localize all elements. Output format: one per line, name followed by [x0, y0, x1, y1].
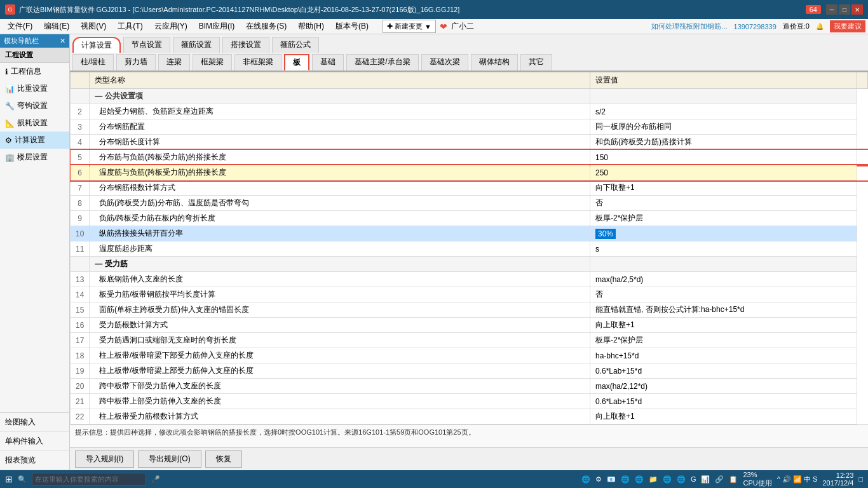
tab-shear-wall[interactable]: 剪力墙 — [116, 54, 156, 71]
table-row: 4 分布钢筋长度计算 和负筋(跨板受力筋)搭接计算 — [71, 135, 868, 150]
cpu-info: 23% CPU使用 — [743, 471, 771, 488]
table-row: 14 板受力筋/板带钢筋按平均长度计算 否 — [71, 287, 868, 302]
tab-stirrup-settings[interactable]: 箍筋设置 — [173, 37, 220, 53]
mic-icon: 🎤 — [151, 475, 160, 484]
menu-bar: 文件(F) 编辑(E) 视图(V) 工具(T) 云应用(Y) BIM应用(I) … — [0, 19, 868, 34]
table-row: — 受力筋 — [71, 257, 868, 272]
sidebar-bottom: 绘图输入 单构件输入 报表预览 — [0, 412, 69, 470]
taskbar-icon-9: G — [691, 475, 696, 483]
sidebar-item-weight[interactable]: 📊 比重设置 — [0, 80, 69, 97]
tab-non-frame-beam[interactable]: 非框架梁 — [234, 54, 281, 71]
price-info: 造价豆:0 — [783, 22, 810, 31]
col-num-header — [71, 72, 90, 89]
tab-masonry[interactable]: 砌体结构 — [471, 54, 518, 71]
sidebar-section: 工程设置 — [0, 48, 69, 63]
sidebar-item-calc[interactable]: ⚙ 计算设置 — [0, 132, 69, 149]
tab-lap-settings[interactable]: 搭接设置 — [222, 37, 269, 53]
tab-node-settings[interactable]: 节点设置 — [123, 37, 170, 53]
report-btn[interactable]: 报表预览 — [0, 451, 69, 470]
export-rules-button[interactable]: 导出规则(O) — [138, 451, 201, 468]
bell-icon: 🔔 — [816, 23, 824, 30]
table-row: 21 跨中板带上部受力筋伸入支座的长度 0.6*Lab+15*d — [71, 394, 868, 409]
table-row: 3 分布钢筋配置 同一板厚的分布筋相同 — [71, 119, 868, 135]
sidebar-header: 模块导航栏 ✕ — [0, 34, 69, 48]
settings-table[interactable]: 类型名称 设置值 — 公共设置项 2 起始受力钢筋、负 — [70, 72, 868, 424]
menu-cloud[interactable]: 云应用(Y) — [149, 20, 193, 33]
table-row: 20 跨中板带下部受力筋伸入支座的长度 max(ha/2,12*d) — [71, 379, 868, 394]
taskbar-icon-4: 🌐 — [621, 475, 630, 484]
table-row: 9 负筋/跨板受力筋在板内的弯折长度 板厚-2*保护层 — [71, 211, 868, 226]
draw-input-btn[interactable]: 绘图输入 — [0, 413, 69, 432]
col-name-header: 类型名称 — [90, 72, 590, 89]
table-row: 16 受力筋根数计算方式 向上取整+1 — [71, 318, 868, 333]
table-row: 5 分布筋与负筋(跨板受力筋)的搭接长度 150 — [71, 150, 868, 165]
taskbar-icon-2: ⚙ — [595, 475, 602, 484]
lightning-icon: ❤ — [440, 22, 447, 32]
table-row: 17 受力筋遇洞口或端部无支座时的弯折长度 板厚-2*保护层 — [71, 333, 868, 348]
close-button[interactable]: ✕ — [851, 4, 863, 15]
sidebar-item-floors[interactable]: 🏢 楼层设置 — [0, 149, 69, 166]
restore-button[interactable]: 恢复 — [205, 451, 242, 468]
search-input[interactable] — [32, 473, 146, 485]
new-change-button[interactable]: ✚ 新建变更 ▼ — [383, 20, 436, 33]
tab-foundation[interactable]: 基础 — [312, 54, 344, 71]
menu-view[interactable]: 视图(V) — [76, 20, 111, 33]
calc-icon: ⚙ — [5, 136, 12, 145]
taskbar-icon-3: 📧 — [607, 475, 616, 484]
new-change-icon: ✚ — [387, 22, 393, 30]
sidebar-item-loss[interactable]: 📐 损耗设置 — [0, 114, 69, 132]
chart-icon: 📊 — [5, 85, 15, 93]
sidebar-close-icon[interactable]: ✕ — [60, 37, 65, 45]
tab-foundation-main-beam[interactable]: 基础主梁/承台梁 — [346, 54, 418, 71]
tab-calc-settings[interactable]: 计算设置 — [72, 37, 121, 53]
loss-icon: 📐 — [5, 119, 15, 128]
import-rules-button[interactable]: 导入规则(I) — [75, 451, 134, 468]
tab-foundation-sub-beam[interactable]: 基础次梁 — [421, 54, 468, 71]
menu-file[interactable]: 文件(F) — [3, 20, 37, 33]
tab-slab[interactable]: 板 — [284, 54, 309, 71]
menu-tools[interactable]: 工具(T) — [112, 20, 147, 33]
table-row: 8 负筋(跨板受力筋)分布筋、温度筋是否带弯勾 否 — [71, 196, 868, 211]
status-bar: ⊞ 🔍 🎤 🌐 ⚙ 📧 🌐 🌐 📁 🌐 🌐 G 📊 🔗 📋 23% CPU使用 … — [0, 470, 868, 488]
menu-edit[interactable]: 编辑(E) — [39, 20, 74, 33]
table-row: 10 纵筋搭接接头错开百分率 30% — [71, 226, 868, 241]
tab-other[interactable]: 其它 — [520, 54, 552, 71]
menu-online[interactable]: 在线服务(S) — [241, 20, 292, 33]
info-bar: 提示信息：提供四种选择，修改此项会影响钢筋的搭接长度，选择0时按OOG101计算… — [70, 424, 868, 447]
menu-bim[interactable]: BIM应用(I) — [194, 20, 240, 33]
sidebar: 模块导航栏 ✕ 工程设置 ℹ 工程信息 📊 比重设置 🔧 弯钩设置 📐 损耗设置… — [0, 34, 70, 470]
register-button[interactable]: 我要建议 — [830, 20, 865, 32]
taskbar-icon-8: 🌐 — [677, 475, 686, 484]
floors-icon: 🏢 — [5, 153, 15, 162]
menu-help[interactable]: 帮助(H) — [293, 20, 329, 33]
help-link[interactable]: 如何处理筏板附加钢筋... — [651, 22, 727, 31]
hook-icon: 🔧 — [5, 102, 15, 111]
notification-icon: □ — [858, 475, 863, 483]
dropdown-icon: ▼ — [424, 23, 431, 30]
blue-value: 30% — [595, 229, 616, 239]
taskbar-icon-10: 📊 — [701, 475, 710, 484]
tab-frame-beam[interactable]: 框架梁 — [193, 54, 232, 71]
tab-coupling-beam[interactable]: 连梁 — [158, 54, 190, 71]
maximize-button[interactable]: □ — [839, 4, 850, 15]
title-bar: G 广联达BIM钢筋算量软件 GGJ2013 - [C:\Users\Admin… — [0, 0, 868, 19]
taskbar-icon-1: 🌐 — [581, 475, 590, 484]
time-display: 12:23 2017/12/4 — [822, 471, 853, 487]
minimize-button[interactable]: ─ — [826, 4, 837, 15]
tab-stirrup-formula[interactable]: 箍筋公式 — [272, 37, 319, 53]
single-member-btn[interactable]: 单构件输入 — [0, 432, 69, 451]
tray-icons: ^ 🔊 📶 中 S — [777, 475, 818, 484]
sidebar-item-hook[interactable]: 🔧 弯钩设置 — [0, 97, 69, 114]
col-value-header: 设置值 — [590, 72, 857, 89]
button-bar: 导入规则(I) 导出规则(O) 恢复 — [70, 447, 868, 470]
table-row: 15 面筋(单标主跨板受力筋)伸入支座的锚固长度 能直锚就直锚, 否则按公式计算… — [71, 302, 868, 318]
tab-column[interactable]: 柱/墙柱 — [72, 54, 114, 71]
table-row: 6 温度筋与负筋(跨板受力筋)的搭接长度 250 — [71, 165, 868, 180]
table-row: 22 柱上板带受力筋根数计算方式 向上取整+1 — [71, 409, 868, 424]
sidebar-item-engineering-info[interactable]: ℹ 工程信息 — [0, 63, 69, 80]
taskbar-icon-12: 📋 — [729, 475, 738, 484]
menu-version[interactable]: 版本号(B) — [330, 20, 374, 33]
search-icon: 🔍 — [18, 475, 27, 484]
content-area: 计算设置 节点设置 箍筋设置 搭接设置 箍筋公式 柱/墙柱 剪力墙 连梁 框架梁… — [70, 34, 868, 470]
info-icon: ℹ — [5, 67, 8, 76]
